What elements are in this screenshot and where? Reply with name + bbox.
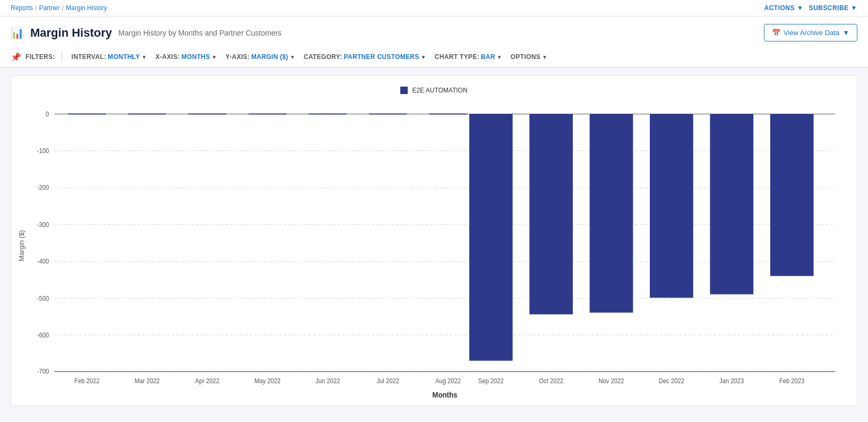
bar-feb2023 xyxy=(770,114,814,276)
svg-text:Sep 2022: Sep 2022 xyxy=(478,377,504,384)
legend-label: E2E AUTOMATION xyxy=(412,87,467,94)
chevron-down-icon: ▼ xyxy=(797,4,803,12)
svg-text:Oct 2022: Oct 2022 xyxy=(539,377,563,384)
svg-text:Jul 2022: Jul 2022 xyxy=(376,377,399,384)
chart-legend: E2E AUTOMATION xyxy=(16,87,852,94)
chevron-down-icon: ▼ xyxy=(843,29,849,37)
page-title: Margin History xyxy=(30,26,112,40)
bar-chart-svg: 0 -100 -200 -300 -400 -500 -600 -700 Mar… xyxy=(16,103,852,400)
breadcrumb-partner[interactable]: Partner xyxy=(39,4,59,12)
filter-bar: 📌 FILTERS: INTERVAL: MONTHLY ▼ X-AXIS: M… xyxy=(0,47,868,67)
chevron-down-icon: ▼ xyxy=(212,54,217,60)
svg-text:Months: Months xyxy=(432,391,458,399)
svg-text:-600: -600 xyxy=(37,332,49,338)
filters-label: FILTERS: xyxy=(25,53,55,61)
chevron-down-icon: ▼ xyxy=(421,54,426,60)
svg-text:Apr 2022: Apr 2022 xyxy=(195,377,220,384)
breadcrumb: Reports / Partner / Margin History xyxy=(11,4,107,12)
legend-color-box xyxy=(400,87,408,94)
pin-icon: 📌 xyxy=(11,52,21,62)
svg-text:-100: -100 xyxy=(37,148,49,154)
breadcrumb-current[interactable]: Margin History xyxy=(66,4,107,12)
options-dropdown[interactable]: OPTIONS ▼ xyxy=(508,51,551,63)
charttype-dropdown[interactable]: CHART TYPE: BAR ▼ xyxy=(432,51,505,63)
bar-jan2023 xyxy=(710,114,753,294)
svg-text:Feb 2022: Feb 2022 xyxy=(74,377,99,384)
subscribe-button[interactable]: SUBSCRIBE ▼ xyxy=(809,4,857,12)
chevron-down-icon: ▼ xyxy=(141,54,147,60)
chart-icon: 📊 xyxy=(11,27,24,39)
page-header: 📊 Margin History Margin History by Month… xyxy=(0,16,868,47)
page-subtitle: Margin History by Months and Partner Cus… xyxy=(118,29,281,37)
svg-text:-200: -200 xyxy=(37,184,49,190)
svg-text:Feb 2023: Feb 2023 xyxy=(779,377,804,384)
svg-text:-300: -300 xyxy=(37,221,49,227)
calendar-icon: 📅 xyxy=(772,29,780,37)
chevron-down-icon: ▼ xyxy=(851,4,857,12)
svg-text:May 2022: May 2022 xyxy=(254,377,280,384)
svg-text:Margin ($): Margin ($) xyxy=(19,230,26,261)
bar-nov2022 xyxy=(590,114,633,313)
bar-sep2022 xyxy=(469,114,513,361)
view-archive-button[interactable]: 📅 View Archive Data ▼ xyxy=(764,24,857,41)
breadcrumb-reports[interactable]: Reports xyxy=(11,4,33,12)
top-actions-area: ACTIONS ▼ SUBSCRIBE ▼ xyxy=(764,4,857,12)
actions-button[interactable]: ACTIONS ▼ xyxy=(764,4,804,12)
svg-text:-500: -500 xyxy=(37,295,49,301)
svg-text:Aug 2022: Aug 2022 xyxy=(435,377,461,384)
svg-text:Mar 2022: Mar 2022 xyxy=(134,377,159,384)
bar-oct2022 xyxy=(529,114,573,315)
svg-text:-400: -400 xyxy=(37,258,49,264)
breadcrumb-sep2: / xyxy=(62,4,64,12)
top-nav: Reports / Partner / Margin History ACTIO… xyxy=(0,0,868,16)
category-dropdown[interactable]: CATEGORY: PARTNER CUSTOMERS ▼ xyxy=(300,51,429,63)
bar-dec2022 xyxy=(650,114,693,298)
page-title-area: 📊 Margin History Margin History by Month… xyxy=(11,26,281,40)
svg-text:-700: -700 xyxy=(37,368,49,375)
chart-area: 0 -100 -200 -300 -400 -500 -600 -700 Mar… xyxy=(16,103,852,400)
svg-text:Nov 2022: Nov 2022 xyxy=(598,377,624,384)
xaxis-dropdown[interactable]: X-AXIS: MONTHS ▼ xyxy=(152,51,220,63)
yaxis-dropdown[interactable]: Y-AXIS: MARGIN ($) ▼ xyxy=(222,51,298,63)
chevron-down-icon: ▼ xyxy=(497,54,502,60)
svg-text:Jan 2023: Jan 2023 xyxy=(719,377,744,384)
interval-dropdown[interactable]: INTERVAL: MONTHLY ▼ xyxy=(68,51,150,63)
svg-text:Dec 2022: Dec 2022 xyxy=(659,377,684,384)
chevron-down-icon: ▼ xyxy=(542,54,547,60)
chart-container: E2E AUTOMATION 0 -100 -200 -300 -400 xyxy=(11,75,857,406)
svg-text:Jun 2022: Jun 2022 xyxy=(315,377,340,384)
chevron-down-icon: ▼ xyxy=(290,54,295,60)
filter-divider xyxy=(62,52,62,62)
breadcrumb-sep1: / xyxy=(35,4,37,12)
svg-text:0: 0 xyxy=(46,111,49,117)
